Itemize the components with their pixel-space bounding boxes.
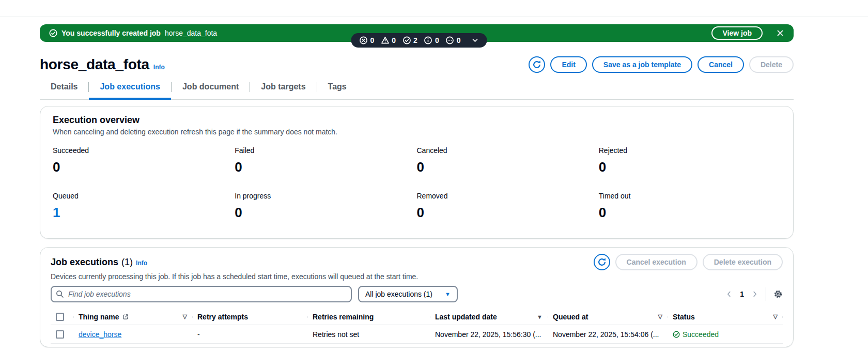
- column-queued-at[interactable]: Queued at ▽: [548, 313, 668, 321]
- retry-attempts-cell: -: [192, 330, 307, 339]
- page-number[interactable]: 1: [740, 290, 744, 298]
- stat-rejected: Rejected 0: [599, 146, 781, 175]
- notification-warnings[interactable]: 0: [381, 36, 396, 44]
- external-link-icon: [122, 314, 129, 320]
- view-job-button[interactable]: View job: [711, 26, 763, 40]
- search-box: [51, 286, 352, 302]
- stat-timed-out: Timed out 0: [599, 192, 781, 221]
- table-header-row: Thing name ▽ Retry attempts Retries rema…: [51, 309, 783, 325]
- success-circle-icon: [673, 331, 680, 338]
- edit-button[interactable]: Edit: [550, 56, 586, 73]
- refresh-icon: [532, 60, 541, 69]
- save-as-job-template-button[interactable]: Save as a job template: [592, 56, 692, 73]
- previous-page-icon[interactable]: [725, 290, 733, 298]
- banner-message: You successfully created job: [61, 29, 161, 37]
- tab-job-targets[interactable]: Job targets: [250, 78, 316, 100]
- gear-icon[interactable]: [773, 289, 783, 299]
- execution-overview-description: When canceling and deleting execution re…: [53, 128, 781, 136]
- column-retry-attempts: Retry attempts: [192, 313, 307, 321]
- job-executions-title: Job executions: [51, 257, 118, 268]
- retries-remaining-cell: Retries not set: [307, 330, 430, 339]
- sort-triangle-outline-icon: ▽: [773, 313, 778, 320]
- tab-job-document[interactable]: Job document: [172, 78, 250, 100]
- chevron-down-icon: ▼: [445, 291, 451, 297]
- tab-tags[interactable]: Tags: [317, 78, 358, 100]
- job-executions-panel: Job executions (1) Info Cancel execution…: [40, 247, 794, 347]
- column-retries-remaining: Retries remaining: [307, 313, 430, 321]
- sort-triangle-outline-icon: ▽: [658, 313, 662, 320]
- executions-table: Thing name ▽ Retry attempts Retries rema…: [51, 309, 783, 344]
- column-thing-name[interactable]: Thing name ▽: [73, 313, 192, 321]
- job-executions-info-link[interactable]: Info: [136, 259, 147, 267]
- sort-triangle-filled-icon: ▼: [537, 314, 542, 320]
- row-select-cell: [51, 330, 73, 339]
- close-icon[interactable]: [776, 29, 784, 37]
- table-row: device_horse - Retries not set November …: [51, 325, 783, 344]
- stat-succeeded: Succeeded 0: [53, 146, 235, 175]
- thing-name-link[interactable]: device_horse: [79, 330, 121, 339]
- error-circle-icon: [360, 36, 368, 44]
- filter-selected-value: All job executions (1): [365, 290, 432, 298]
- success-check-icon: [49, 29, 57, 37]
- notification-infos[interactable]: 0: [424, 36, 439, 44]
- next-page-icon[interactable]: [751, 290, 758, 298]
- column-last-updated-date[interactable]: Last updated date ▼: [430, 313, 548, 321]
- status-badge: Succeeded: [673, 330, 719, 339]
- notification-errors[interactable]: 0: [360, 36, 375, 44]
- notification-in-progress[interactable]: 0: [446, 36, 461, 44]
- cancel-execution-button[interactable]: Cancel execution: [615, 254, 698, 270]
- success-circle-icon: [402, 36, 411, 44]
- job-executions-description: Devices currently processing this job. I…: [51, 272, 783, 281]
- main-content: You successfully created job horse_data_…: [40, 24, 794, 347]
- executions-refresh-button[interactable]: [594, 254, 610, 270]
- info-circle-icon: [424, 36, 432, 44]
- top-divider-bar: [0, 0, 868, 17]
- search-input[interactable]: [51, 286, 352, 302]
- execution-stats-grid: Succeeded 0 Failed 0 Canceled 0 Rejected…: [53, 146, 781, 221]
- job-executions-count: (1): [121, 257, 133, 268]
- stat-canceled: Canceled 0: [417, 146, 599, 175]
- warning-triangle-icon: [381, 36, 389, 44]
- page-header: horse_data_fota Info Edit Save as a job …: [40, 56, 794, 73]
- pagination: 1: [725, 290, 758, 298]
- row-checkbox[interactable]: [56, 330, 64, 339]
- tab-details[interactable]: Details: [40, 78, 88, 100]
- delete-button[interactable]: Delete: [749, 56, 794, 73]
- column-status[interactable]: Status ▽: [668, 313, 783, 321]
- select-all-checkbox[interactable]: [56, 313, 64, 321]
- last-updated-cell: November 22, 2025, 15:56:30 (...: [430, 330, 548, 339]
- notification-successes[interactable]: 2: [402, 36, 417, 44]
- queued-count-link[interactable]: 1: [53, 205, 235, 221]
- sort-triangle-outline-icon: ▽: [183, 313, 187, 320]
- queued-at-cell: November 22, 2025, 15:54:06 (...: [548, 330, 668, 339]
- stat-removed: Removed 0: [417, 192, 599, 221]
- execution-overview-panel: Execution overview When canceling and de…: [40, 106, 794, 239]
- tab-bar: Details Job executions Job document Job …: [40, 78, 794, 100]
- execution-filter-dropdown[interactable]: All job executions (1) ▼: [358, 286, 458, 302]
- select-all-cell: [51, 313, 73, 321]
- page-title: horse_data_fota: [40, 56, 149, 73]
- tab-job-executions[interactable]: Job executions: [89, 78, 171, 100]
- stat-failed: Failed 0: [235, 146, 416, 175]
- stat-in-progress: In progress 0: [235, 192, 416, 221]
- refresh-button[interactable]: [529, 56, 545, 73]
- chevron-down-icon[interactable]: [471, 37, 478, 44]
- notification-center-pill: 0 0 2 0 0: [351, 33, 487, 48]
- banner-job-name: horse_data_fota: [165, 29, 217, 37]
- pending-circle-icon: [446, 36, 454, 44]
- delete-execution-button[interactable]: Delete execution: [703, 254, 783, 270]
- controls-divider: [766, 287, 766, 301]
- execution-overview-title: Execution overview: [53, 115, 781, 126]
- title-info-link[interactable]: Info: [153, 64, 165, 71]
- stat-queued: Queued 1: [53, 192, 235, 221]
- cancel-button[interactable]: Cancel: [698, 56, 744, 73]
- refresh-icon: [597, 257, 607, 267]
